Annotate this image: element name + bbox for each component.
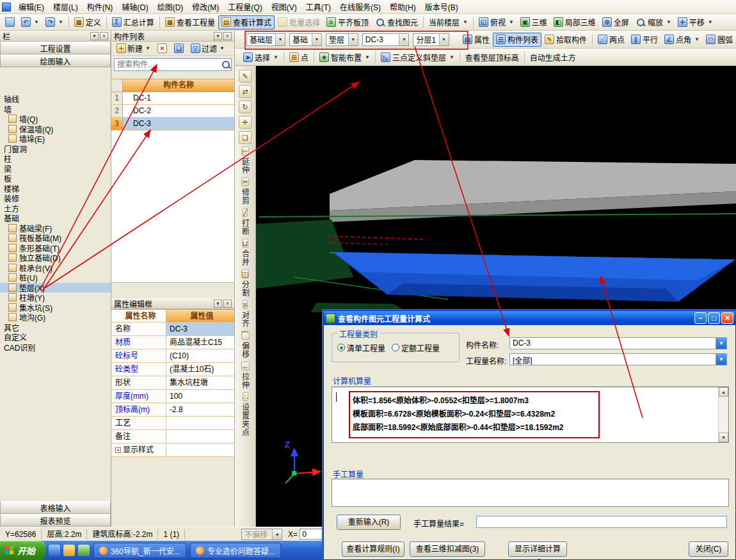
save-button[interactable]	[2, 15, 18, 29]
pan-button[interactable]: ✛平移▼	[675, 15, 716, 29]
undo-button[interactable]: ↶▼	[18, 15, 42, 29]
minimize-icon[interactable]: −	[694, 312, 707, 324]
component-row[interactable]: 2 DC-2	[111, 105, 234, 118]
select-tool-button[interactable]: ➤选择▼	[240, 50, 282, 64]
drawing-tool-icon[interactable]: ✎	[239, 70, 252, 83]
component-list-button[interactable]: ☰构件列表	[493, 33, 541, 47]
floor-combo[interactable]: 基础层▼	[246, 33, 285, 46]
menu-online-service[interactable]: 在线服务(S)	[335, 0, 385, 14]
tree-item-slab-group[interactable]: 板	[0, 173, 111, 184]
ie-icon[interactable]	[49, 545, 60, 556]
tree-item-sump-pit[interactable]: 集水坑(S)	[0, 303, 111, 313]
arc-button[interactable]: ◠圆弧	[703, 33, 736, 47]
extend-tool[interactable]: ⊢延伸	[240, 145, 251, 176]
tree-item-wall[interactable]: 墙(Q)	[0, 114, 111, 124]
layer-combo[interactable]: 分层1▼	[413, 33, 449, 46]
point-tool-button[interactable]: ⊞点	[286, 50, 312, 64]
offset-mode-combo[interactable]: 不偏移▼	[241, 529, 282, 540]
view-cushion-elevation-button[interactable]: 查看垫层顶标高	[462, 50, 522, 64]
table-input-button[interactable]: 表格输入	[0, 501, 111, 514]
tree-item-stairs[interactable]: 楼梯	[0, 184, 111, 194]
component-name-combo[interactable]: DC-3▼	[509, 337, 727, 349]
find-element-button[interactable]: 查找图元	[372, 15, 421, 29]
category-combo[interactable]: 基础▼	[289, 33, 322, 46]
tree-item-axis[interactable]: 轴线	[0, 94, 111, 104]
prop-value[interactable]: DC-3	[166, 323, 234, 335]
prop-value[interactable]	[166, 417, 234, 429]
move-tool-icon[interactable]: ✛	[239, 116, 252, 129]
offset-tool[interactable]: ⌒偏移	[240, 330, 251, 360]
taskbar-task-360[interactable]: 360导航_新一代安...	[93, 543, 186, 558]
close-icon[interactable]: ×	[223, 300, 232, 308]
report-preview-button[interactable]: 报表预览	[0, 514, 111, 527]
filter-button[interactable]: ▽过滤▼	[188, 42, 227, 55]
stretch-tool[interactable]: ↔拉伸	[240, 360, 251, 391]
expand-icon[interactable]: +	[115, 447, 121, 453]
menu-view[interactable]: 视图(V)	[267, 0, 301, 14]
component-row-selected[interactable]: 3 DC-3	[111, 118, 234, 131]
pick-component-button[interactable]: ✎拾取构件	[541, 33, 590, 47]
desktop-icon[interactable]	[78, 545, 90, 556]
local-3d-button[interactable]: ◧局部三维	[550, 15, 599, 29]
taskbar-task-qa[interactable]: 专业造价问题答疑...	[190, 543, 281, 558]
align-tool[interactable]: ≡对齐	[240, 299, 251, 330]
trim-tool[interactable]: ✂修剪	[240, 176, 251, 207]
prop-value[interactable]	[166, 444, 234, 456]
new-component-button[interactable]: ＋新建▼	[114, 42, 153, 55]
panel-menu-icon[interactable]: ▾	[90, 32, 99, 40]
prop-value[interactable]	[166, 430, 234, 443]
menu-help[interactable]: 帮助(H)	[385, 0, 420, 14]
tree-item-openings[interactable]: 门窗洞	[0, 144, 111, 154]
tree-item-trench[interactable]: 地沟(G)	[0, 312, 111, 323]
menu-aux-axis[interactable]: 辅轴(O)	[117, 0, 152, 14]
menu-edit[interactable]: 编辑(E)	[14, 0, 49, 14]
tree-item-custom[interactable]: 自定义	[0, 332, 111, 342]
search-input[interactable]	[115, 60, 221, 69]
reinput-button[interactable]: 重新输入(R)	[337, 515, 401, 530]
tree-item-pile[interactable]: 桩(U)	[0, 273, 111, 283]
component-combo[interactable]: DC-3▼	[362, 33, 410, 46]
computer-calc-area[interactable]: 体积=1.856<原始体积>-0.0552<扣垫层>=1.8007m3 模板面积…	[332, 387, 729, 443]
close-icon[interactable]: ×	[223, 32, 232, 40]
scrollbar[interactable]: ▲▼	[718, 387, 728, 442]
prop-value[interactable]: 集水坑柱墩	[166, 376, 234, 389]
tree-item-wall-group[interactable]: 墙	[0, 104, 111, 115]
close-icon[interactable]: ×	[100, 32, 108, 40]
tree-item-foundation-group[interactable]: 基础	[0, 213, 111, 223]
point-angle-button[interactable]: ∠点角▼	[661, 33, 703, 47]
tree-item-wall-pier[interactable]: 墙垛(E)	[0, 134, 111, 144]
view-calc-formula-button[interactable]: ▤查看计算式	[218, 15, 275, 29]
auto-earthwork-button[interactable]: 自动生成土方	[527, 50, 579, 64]
quota-quantity-radio[interactable]	[392, 344, 399, 351]
tree-item-cushion[interactable]: 垫层(X)	[0, 283, 111, 293]
prop-value[interactable]: (混凝土10石)	[166, 363, 234, 376]
close-icon[interactable]: ×	[721, 312, 733, 324]
project-settings-button[interactable]: 工程设置	[0, 42, 111, 54]
view-3d-deduction-button[interactable]: 查看三维扣减图(3)	[410, 541, 485, 557]
tree-item-beam-group[interactable]: 梁	[0, 164, 111, 174]
menu-draw[interactable]: 绘图(D)	[153, 0, 188, 14]
menu-modify[interactable]: 修改(M)	[188, 0, 223, 14]
mirror-tool-icon[interactable]: ⇄	[239, 85, 252, 98]
merge-tool[interactable]: ⊔合并	[240, 237, 251, 268]
current-floor-dropdown[interactable]: 当前楼层▼	[426, 15, 471, 29]
start-button[interactable]: 开始	[0, 541, 45, 560]
summary-calc-button[interactable]: Σ汇总计算	[109, 15, 157, 29]
quantity-name-combo[interactable]: [全部]▼	[509, 353, 727, 365]
scroll-down-icon[interactable]: ▼	[719, 433, 728, 442]
define-button[interactable]: ▦定义	[71, 15, 104, 29]
prop-value[interactable]: 商品混凝土C15	[166, 336, 234, 349]
menu-floor[interactable]: 楼层(L)	[49, 0, 83, 14]
parallel-button[interactable]: ∥平行	[628, 33, 661, 47]
tree-item-foundation-beam[interactable]: 基础梁(F)	[0, 223, 111, 234]
view-quantity-button[interactable]: ▦查看工程量	[162, 15, 218, 29]
tree-item-column-group[interactable]: 柱	[0, 154, 111, 164]
tree-item-cad-recognition[interactable]: CAD识别	[0, 342, 111, 353]
prop-value[interactable]: -2.8	[166, 403, 234, 416]
copy-component-button[interactable]: ❏	[172, 42, 186, 54]
three-point-slope-button[interactable]: ◺三点定义斜垫层▼	[378, 50, 458, 64]
zoom-button[interactable]: 缩放▼	[632, 15, 675, 29]
scroll-up-icon[interactable]: ▲	[719, 387, 728, 397]
redo-button[interactable]: ↷▼	[42, 15, 67, 29]
split-tool[interactable]: ◫分割	[240, 268, 251, 299]
